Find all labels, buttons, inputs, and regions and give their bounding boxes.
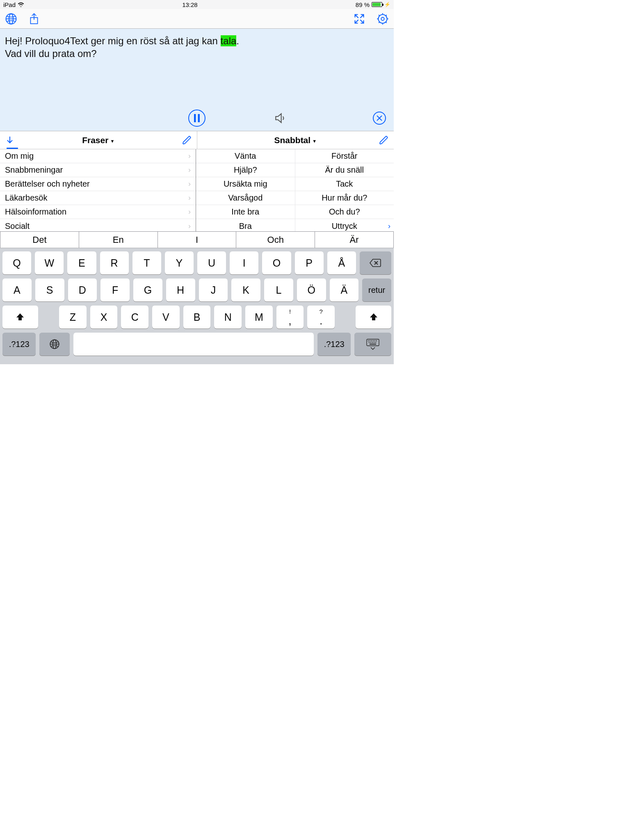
key-e[interactable]: E [67,251,96,274]
pause-button[interactable] [188,109,206,127]
prediction-cell[interactable]: Och [236,232,315,248]
phrase-row[interactable]: Socialt› [0,219,196,233]
chevron-down-icon: ▼ [312,139,317,144]
wifi-icon [18,2,24,7]
phrase-label: Socialt [5,221,30,231]
key-c[interactable]: C [121,306,148,329]
svg-rect-26 [373,340,374,341]
tab-phrases-label[interactable]: Fraser▼ [82,135,114,145]
quick-item[interactable]: Ursäkta mig [196,177,295,191]
key-g[interactable]: G [133,278,162,301]
expand-icon[interactable] [354,13,365,25]
speaker-icon[interactable] [274,112,287,125]
space-key[interactable] [73,333,314,356]
svg-rect-32 [374,342,374,343]
key-p[interactable]: P [295,251,324,274]
svg-line-10 [379,15,380,16]
backspace-key[interactable] [360,251,391,274]
phrase-row[interactable]: Berättelser och nyheter› [0,177,196,191]
key-w[interactable]: W [35,251,64,274]
key-x[interactable]: X [90,306,118,329]
prediction-cell[interactable]: En [79,232,158,248]
return-key[interactable]: retur [362,278,391,301]
quick-item[interactable]: Bra [196,219,295,233]
battery-percent: 89 % [356,1,370,8]
globe-icon[interactable] [5,13,17,25]
key-h[interactable]: H [166,278,195,301]
key-a[interactable]: A [2,278,32,301]
shift-icon [369,312,379,322]
globe-key[interactable] [39,333,69,356]
key-n[interactable]: N [214,306,242,329]
key-v[interactable]: V [152,306,180,329]
quick-item[interactable]: Varsågod [196,191,295,205]
tab-quicktalk-label[interactable]: Snabbtal▼ [274,135,317,145]
quick-item[interactable]: Är du snäll [295,163,394,177]
phrase-label: Snabbmeningar [5,165,63,175]
chevron-right-icon: › [188,166,191,174]
key-o[interactable]: O [262,251,291,274]
phrases-list: Om mig› Snabbmeningar› Berättelser och n… [0,149,196,231]
gear-icon[interactable] [377,13,389,25]
quick-item[interactable]: Vänta [196,149,295,163]
key-z[interactable]: Z [59,306,87,329]
key-y[interactable]: Y [165,251,194,274]
key-q[interactable]: Q [2,251,31,274]
download-icon[interactable] [5,135,15,145]
shift-key-right[interactable] [356,306,391,329]
numbers-key-right[interactable]: .?123 [317,333,351,356]
key-d[interactable]: D [68,278,97,301]
quicktalk-list: Vänta Hjälp? Ursäkta mig Varsågod Inte b… [196,149,394,231]
quick-item[interactable]: Hur mår du? [295,191,394,205]
numbers-key-left[interactable]: .?123 [2,333,36,356]
quick-item-more[interactable]: Uttryck› [295,219,394,233]
phrase-label: Om mig [5,151,34,161]
prediction-cell[interactable]: I [158,232,237,248]
clear-button[interactable] [372,111,386,125]
svg-point-4 [381,17,384,21]
quick-item[interactable]: Inte bra [196,205,295,219]
key-k[interactable]: K [231,278,260,301]
text-pad[interactable]: Hej! Proloquo4Text ger mig en röst så at… [0,29,394,131]
chevron-down-icon: ▼ [110,139,114,144]
prediction-cell[interactable]: Det [0,232,79,248]
phrase-label: Läkarbesök [5,193,47,203]
key-punct-period[interactable]: ?. [307,306,335,329]
key-u[interactable]: U [197,251,226,274]
quick-item[interactable]: Tack [295,177,394,191]
key-j[interactable]: J [199,278,228,301]
edit-phrases-button[interactable] [182,135,192,145]
key-l[interactable]: L [264,278,293,301]
chevron-right-icon: › [188,194,191,202]
phrase-row[interactable]: Läkarbesök› [0,191,196,205]
key-punct-comma[interactable]: !, [276,306,304,329]
tabs-bar: Fraser▼ Snabbtal▼ [0,131,394,149]
phrase-row[interactable]: Hälsoinformation› [0,205,196,219]
share-icon[interactable] [29,13,39,25]
dismiss-keyboard-key[interactable] [354,333,391,356]
keyboard-dismiss-icon [366,338,380,350]
svg-line-11 [386,22,387,23]
key-s[interactable]: S [35,278,64,301]
text-content: Hej! Proloquo4Text ger mig en röst så at… [5,34,389,60]
quick-item[interactable]: Hjälp? [196,163,295,177]
chevron-right-icon: › [188,222,191,231]
shift-key-left[interactable] [2,306,38,329]
key-r[interactable]: R [100,251,129,274]
key-f[interactable]: F [100,278,130,301]
key-aring[interactable]: Å [327,251,356,274]
key-t[interactable]: T [132,251,161,274]
edit-quicktalk-button[interactable] [379,135,389,145]
key-b[interactable]: B [183,306,211,329]
quick-item[interactable]: Och du? [295,205,394,219]
svg-rect-27 [374,340,375,341]
key-i[interactable]: I [230,251,258,274]
phrase-row[interactable]: Snabbmeningar› [0,163,196,177]
quick-item[interactable]: Förstår [295,149,394,163]
key-adia[interactable]: Ä [330,278,359,301]
phrase-row[interactable]: Om mig› [0,149,196,163]
key-m[interactable]: M [245,306,273,329]
prediction-cell[interactable]: Är [315,232,394,248]
key-odia[interactable]: Ö [297,278,326,301]
svg-rect-34 [370,344,376,345]
